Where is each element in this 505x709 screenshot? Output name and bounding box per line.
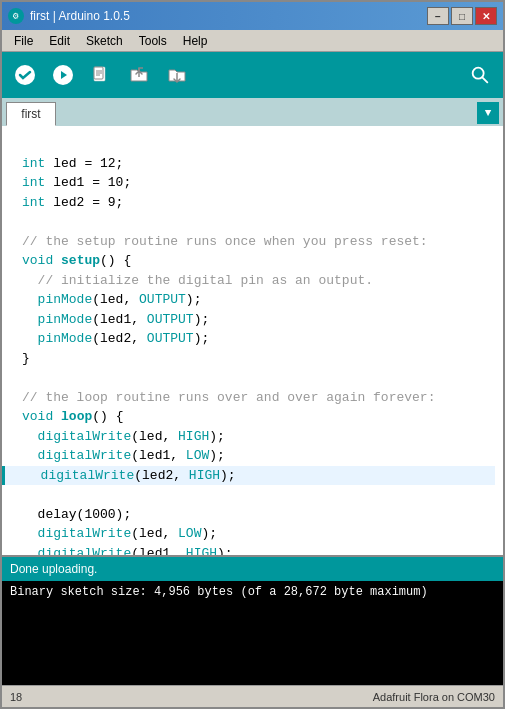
window-controls: − □ ✕ (427, 7, 497, 25)
code-line-3: int led2 = 9; (22, 195, 123, 210)
code-line-9: pinMode(led1, OUTPUT); (22, 312, 209, 327)
code-line-6: void setup() { (22, 253, 131, 268)
close-button[interactable]: ✕ (475, 7, 497, 25)
menu-edit[interactable]: Edit (41, 32, 78, 50)
code-line-8: pinMode(led, OUTPUT); (22, 292, 201, 307)
maximize-button[interactable]: □ (451, 7, 473, 25)
window-title: first | Arduino 1.0.5 (30, 9, 421, 23)
code-content: int led = 12; int led1 = 10; int led2 = … (22, 134, 495, 555)
code-line-1: int led = 12; (22, 156, 123, 171)
code-line-20: digitalWrite(led1, HIGH); (22, 546, 233, 556)
menu-sketch[interactable]: Sketch (78, 32, 131, 50)
svg-line-11 (482, 77, 487, 82)
code-line-5: // the setup routine runs once when you … (22, 234, 428, 249)
open-button[interactable] (122, 58, 156, 92)
code-editor[interactable]: int led = 12; int led1 = 10; int led2 = … (2, 126, 503, 555)
line-number: 18 (10, 691, 373, 703)
tab-dropdown-icon: ▼ (485, 107, 492, 119)
code-line-18: delay(1000); (22, 507, 131, 522)
menu-file[interactable]: File (6, 32, 41, 50)
console-output-text: Binary sketch size: 4,956 bytes (of a 28… (10, 585, 428, 599)
code-line-15: digitalWrite(led, HIGH); (22, 429, 225, 444)
title-bar: first | Arduino 1.0.5 − □ ✕ (2, 2, 503, 30)
app-icon (8, 8, 24, 24)
code-line-19: digitalWrite(led, LOW); (22, 526, 217, 541)
toolbar (2, 52, 503, 98)
code-line-14: void loop() { (22, 409, 123, 424)
tab-bar: first ▼ (2, 98, 503, 126)
console-area: Done uploading. Binary sketch size: 4,95… (2, 555, 503, 685)
console-output: Binary sketch size: 4,956 bytes (of a 28… (2, 581, 503, 685)
search-button[interactable] (463, 58, 497, 92)
main-window: first | Arduino 1.0.5 − □ ✕ File Edit Sk… (0, 0, 505, 709)
code-line-10: pinMode(led2, OUTPUT); (22, 331, 209, 346)
code-line-2: int led1 = 10; (22, 175, 131, 190)
verify-button[interactable] (8, 58, 42, 92)
upload-button[interactable] (46, 58, 80, 92)
code-line-16: digitalWrite(led1, LOW); (22, 448, 225, 463)
board-info: Adafruit Flora on COM30 (373, 691, 495, 703)
save-button[interactable] (160, 58, 194, 92)
tab-first[interactable]: first (6, 102, 56, 126)
menu-bar: File Edit Sketch Tools Help (2, 30, 503, 52)
code-line-17: digitalWrite(led2, HIGH); (2, 466, 495, 486)
status-bar: 18 Adafruit Flora on COM30 (2, 685, 503, 707)
editor-area: int led = 12; int led1 = 10; int led2 = … (2, 126, 503, 555)
minimize-button[interactable]: − (427, 7, 449, 25)
new-button[interactable] (84, 58, 118, 92)
code-line-13: // the loop routine runs over and over a… (22, 390, 435, 405)
tab-dropdown[interactable]: ▼ (477, 102, 499, 124)
menu-help[interactable]: Help (175, 32, 216, 50)
menu-tools[interactable]: Tools (131, 32, 175, 50)
code-line-7: // initialize the digital pin as an outp… (22, 273, 373, 288)
code-line-11: } (22, 351, 30, 366)
console-status: Done uploading. (2, 557, 503, 581)
